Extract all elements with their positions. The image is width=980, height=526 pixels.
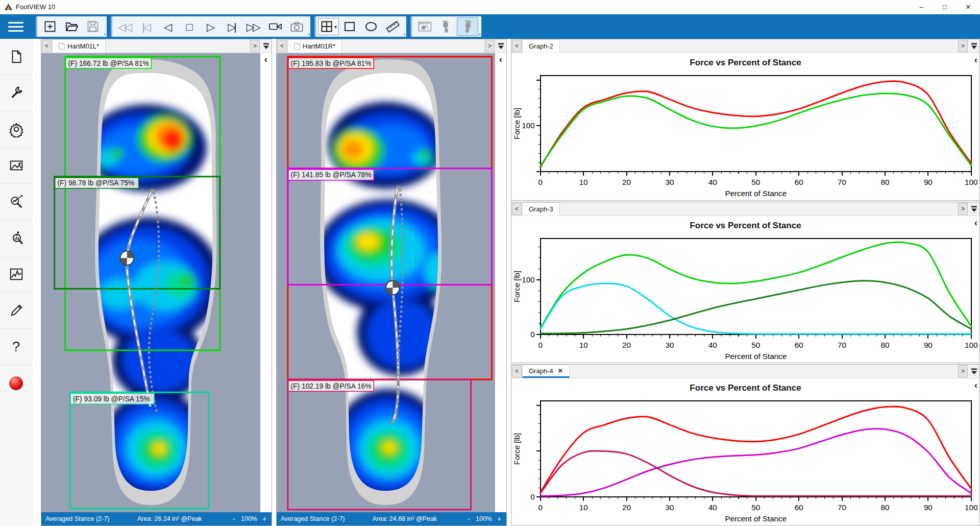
svg-text:40: 40	[708, 341, 717, 349]
sidebar-item-gait-analysis[interactable]	[0, 220, 32, 256]
graph-3-view[interactable]: ‹ Force vs Percent of Stance 01020304050…	[511, 216, 979, 363]
menu-button[interactable]	[0, 14, 32, 39]
panel-edge-strip: ‹	[495, 53, 506, 512]
force-chart: 0102030405060708090100100Percent of Stan…	[511, 71, 979, 199]
right-foot-view[interactable]: (F) 195.83 lb @P/SA 81% (F) 141.85 lb @P…	[277, 53, 506, 512]
workspace: < HartM01L* >	[33, 39, 980, 526]
fast-forward-button[interactable]: ▷▷	[243, 17, 264, 36]
tab-scroll-left-button[interactable]: <	[512, 40, 522, 52]
group-overflow-icon[interactable]: ▾	[104, 33, 106, 37]
stop-button[interactable]: □	[179, 17, 200, 36]
new-document-button[interactable]	[39, 17, 61, 36]
draw-rectangle-button[interactable]	[339, 17, 360, 36]
close-button[interactable]: ✕	[957, 0, 980, 14]
cop-marker[interactable]	[386, 280, 400, 295]
sidebar-item-graphs[interactable]	[0, 256, 32, 293]
app-logo-icon	[4, 3, 13, 11]
collapse-panel-button[interactable]: ‹	[974, 217, 977, 228]
zoom-out-button[interactable]: -	[230, 515, 238, 523]
tab-list-button[interactable]	[968, 39, 979, 53]
tab-scroll-right-button[interactable]: >	[958, 365, 968, 377]
draw-ellipse-button[interactable]	[360, 17, 382, 36]
layout-grid-dropdown[interactable]: ▾	[318, 18, 339, 35]
previous-frame-button[interactable]: ◁	[157, 17, 179, 36]
zoom-out-button[interactable]: -	[464, 515, 473, 523]
svg-text:80: 80	[881, 503, 890, 512]
sidebar-item-settings[interactable]	[0, 111, 32, 148]
photo-camera-icon	[290, 20, 304, 33]
ruler-icon	[386, 20, 400, 33]
tab-scroll-right-button[interactable]: >	[485, 40, 495, 52]
sidebar-item-document[interactable]	[0, 39, 32, 75]
left-foot-view[interactable]: (F) 166.72 lb @P/SA 81% (F) 98.78 lb @P/…	[41, 53, 272, 512]
tab-graph-4[interactable]: Graph-4 ✕	[522, 365, 570, 378]
foot-movie-icon	[418, 20, 432, 33]
maximize-button[interactable]: □	[933, 0, 957, 14]
tab-close-icon[interactable]: ✕	[558, 367, 563, 374]
tab-scroll-right-button[interactable]: >	[958, 203, 968, 215]
measure-button[interactable]	[382, 17, 403, 36]
tab-scroll-left-button[interactable]: <	[42, 40, 52, 52]
sidebar-item-analysis-zoom[interactable]	[0, 184, 32, 220]
tab-hartm01r[interactable]: HartM01R*	[287, 39, 342, 53]
group-overflow-icon[interactable]: ▾	[308, 33, 310, 37]
tab-list-button[interactable]	[968, 365, 979, 378]
cop-marker[interactable]	[120, 251, 134, 265]
ellipse-shape-icon	[364, 20, 378, 33]
group-overflow-icon[interactable]: ▾	[404, 33, 406, 37]
collapse-panel-button[interactable]: ‹	[974, 379, 977, 391]
sidebar-item-images[interactable]	[0, 148, 32, 184]
right-foot-heatmap[interactable]: (F) 195.83 lb @P/SA 81% (F) 141.85 lb @P…	[277, 53, 495, 512]
rewind-button[interactable]: ◁◁	[114, 17, 136, 36]
svg-text:10: 10	[579, 341, 588, 349]
left-foot-view-button[interactable]	[435, 17, 457, 36]
save-button[interactable]	[82, 17, 104, 36]
gait-movie-view-button[interactable]	[414, 17, 435, 36]
left-foot-heatmap[interactable]: (F) 166.72 lb @P/SA 81% (F) 98.78 lb @P/…	[41, 53, 260, 512]
record-video-button[interactable]	[264, 17, 286, 36]
tab-scroll-left-button[interactable]: <	[277, 40, 287, 52]
group-overflow-icon[interactable]: ▾	[479, 33, 481, 37]
last-frame-button[interactable]: ▷|	[222, 17, 243, 36]
open-folder-icon	[65, 20, 78, 33]
tab-graph-3[interactable]: Graph-3	[522, 202, 560, 216]
open-file-button[interactable]	[61, 17, 82, 36]
tab-scroll-right-button[interactable]: >	[958, 40, 968, 52]
svg-text:30: 30	[666, 178, 674, 186]
tab-list-button[interactable]	[495, 39, 506, 53]
svg-text:0: 0	[530, 330, 534, 339]
collapse-panel-button[interactable]: ‹	[974, 54, 977, 65]
minimize-button[interactable]: –	[910, 0, 933, 14]
video-camera-icon	[268, 20, 282, 33]
tab-hartm01l[interactable]: HartM01L*	[52, 39, 106, 53]
tab-list-button[interactable]	[968, 202, 979, 216]
right-foot-view-button[interactable]	[457, 17, 478, 36]
sidebar-item-record[interactable]	[0, 365, 32, 401]
zoom-in-button[interactable]: +	[495, 515, 503, 523]
sidebar-item-annotate[interactable]	[0, 293, 32, 329]
left-footprint-icon	[440, 20, 452, 33]
first-frame-icon: |◁	[142, 21, 151, 32]
sidebar-item-tools[interactable]	[0, 75, 32, 111]
chevron-down-icon: ▾	[334, 24, 337, 30]
zoom-in-button[interactable]: +	[260, 515, 268, 523]
tab-list-button[interactable]	[260, 39, 272, 53]
tab-scroll-left-button[interactable]: <	[512, 203, 522, 215]
tab-scroll-left-button[interactable]: <	[512, 365, 522, 377]
graph-2-view[interactable]: ‹ Force vs Percent of Stance 01020304050…	[511, 53, 979, 200]
graphs-column: < Graph-2 > ‹ Force vs Percent of Stance…	[511, 39, 980, 526]
collapse-panel-button[interactable]: ‹	[264, 54, 267, 512]
first-frame-button[interactable]: |◁	[136, 17, 157, 36]
play-button[interactable]: ▷	[200, 17, 222, 36]
tab-scroll-right-button[interactable]: >	[250, 40, 260, 52]
sidebar-item-help[interactable]: ?	[0, 329, 32, 365]
graph-4-view[interactable]: ‹ Force vs Percent of Stance 01020304050…	[511, 378, 979, 525]
svg-text:10: 10	[579, 178, 588, 186]
snapshot-button[interactable]	[286, 17, 307, 36]
magnifier-person-icon	[9, 230, 24, 246]
tab-graph-2[interactable]: Graph-2	[522, 39, 560, 53]
collapse-panel-button[interactable]: ‹	[499, 54, 502, 512]
grid-layout-icon	[320, 20, 333, 33]
svg-text:90: 90	[924, 503, 933, 512]
svg-text:80: 80	[881, 178, 890, 186]
